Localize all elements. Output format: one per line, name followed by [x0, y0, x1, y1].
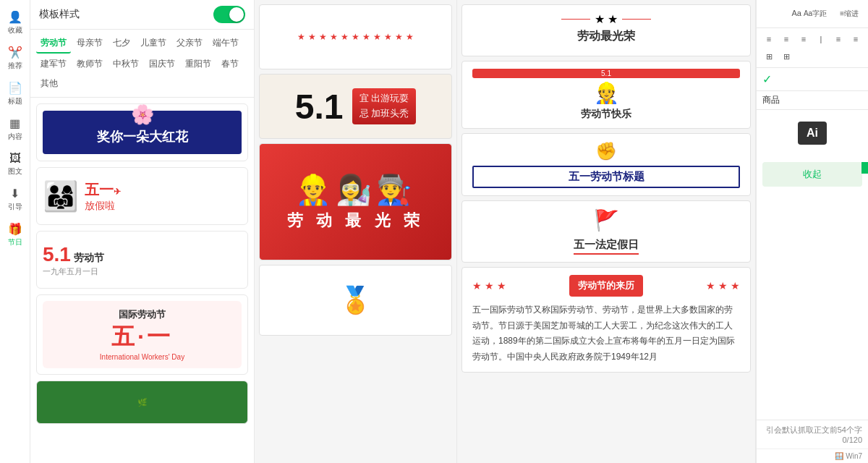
holiday-main: 五一✈: [85, 180, 121, 200]
fmt-align-center[interactable]: ≡: [778, 31, 794, 47]
goods-label: 商品: [757, 91, 868, 110]
rcard4-flag: 🚩: [594, 208, 619, 232]
rcard-labortitle[interactable]: ✊ 五一劳动节标题: [461, 133, 751, 196]
counter: 0/120: [762, 436, 862, 444]
rcard5-body: 五一国际劳动节又称国际劳动节、劳动节，是世界上大多数国家的劳动节。节日源于美国芝…: [472, 302, 740, 365]
redflower-card: 🌸 奖你一朵大红花: [43, 111, 242, 154]
rcard-history[interactable]: ★ ★ ★ 劳动节的来历 ★ ★ ★ 五一国际劳动节又称国际劳动节、劳动节，是世…: [461, 267, 751, 373]
template-51labor[interactable]: 5.1 劳动节 一九年五月一日: [36, 231, 248, 289]
collect-section: 收起 收起: [762, 162, 862, 187]
rcard5-stars-left: ★ ★ ★: [472, 280, 506, 292]
cat-tab-dragon[interactable]: 端午节: [208, 34, 243, 54]
stars-row: ★ ★ ★ ★ ★ ★ ★ ★ ★ ★ ★: [297, 32, 414, 42]
cat-tab-other[interactable]: 其他: [36, 75, 62, 93]
font-size-btn[interactable]: Aa Aa字距: [786, 6, 832, 22]
checkmark-icon: ✓: [762, 72, 772, 86]
checkmark-row: ✓: [757, 68, 868, 91]
indent-btn[interactable]: ≡缩进: [835, 6, 864, 22]
mid-template-panel: ★ ★ ★ ★ ★ ★ ★ ★ ★ ★ ★ 5.1 宜 出游玩耍 忌 加班头秃 …: [255, 0, 457, 463]
guide-icon: ⬇: [10, 187, 20, 200]
cat-tab-double9[interactable]: 重阳节: [181, 55, 216, 73]
image-icon: 🖼: [9, 152, 21, 165]
fmt-separator[interactable]: |: [813, 31, 829, 47]
heading-icon: 📄: [8, 81, 22, 95]
rcard4-text: 五一法定假日: [574, 238, 639, 255]
fmt-indent[interactable]: ≡: [848, 31, 864, 47]
cat-tab-labor[interactable]: 劳动节: [36, 34, 71, 54]
cat-tab-father[interactable]: 父亲节: [172, 34, 207, 54]
cat-tab-army[interactable]: 建军节: [36, 55, 71, 73]
intl-title: 国际劳动节: [50, 308, 234, 321]
collect-btn[interactable]: 收起: [762, 162, 862, 187]
sidebar-item-guide[interactable]: ⬇ 引导: [1, 182, 30, 216]
cat-tab-mother[interactable]: 母亲节: [72, 34, 107, 54]
rcard1-title: 劳动最光荣: [472, 29, 740, 44]
rcard-laborglory[interactable]: ★ ★ 劳动最光荣: [461, 4, 751, 56]
holiday-icon: 🎁: [8, 222, 22, 236]
mid-stars-card[interactable]: ★ ★ ★ ★ ★ ★ ★ ★ ★ ★ ★: [259, 4, 452, 69]
holiday-sub: 放假啦: [85, 200, 121, 213]
holiday-card: 👨‍👩‍👧 五一✈ 放假啦: [43, 179, 242, 213]
template-panel: 模板样式 劳动节 母亲节 七夕 儿童节 父亲节 端午节 建军节 教师节 中秋节 …: [30, 0, 255, 463]
bottom-tip: 引会默认抓取正文前54个字 0/120: [757, 420, 868, 449]
panel-title: 模板样式: [39, 8, 213, 21]
rcard2-img: 👷: [472, 81, 740, 105]
retract-sidebar[interactable]: 收起: [861, 162, 868, 174]
fmt-align-left[interactable]: ≡: [761, 31, 777, 47]
fmt-align-right[interactable]: ≡: [796, 31, 812, 47]
glory-figures: 👷‍♂️👩‍🔬👨‍🏭: [295, 173, 417, 207]
toggle-switch[interactable]: [213, 6, 245, 23]
left-template-grid: 🌸 奖你一朵大红花 👨‍👩‍👧 五一✈ 放假啦 5.1 劳动节 一九年五月一日: [30, 98, 254, 463]
rcard5-badge: 劳动节的来历: [569, 275, 643, 297]
ai-label: Ai: [798, 122, 827, 145]
mid-51tour-card[interactable]: 5.1 宜 出游玩耍 忌 加班头秃: [259, 74, 452, 139]
cat-tab-midautumn[interactable]: 中秋节: [109, 55, 143, 73]
rcard3-title-box: 五一劳动节标题: [472, 166, 740, 188]
medal-visual: 🏅: [265, 271, 446, 329]
cat-tab-children[interactable]: 儿童节: [136, 34, 171, 54]
rcard2-badge: 5.1: [472, 69, 740, 78]
win-logo: 🪟 Win7: [757, 449, 868, 463]
grid-icon: ▦: [9, 116, 20, 130]
fmt-grid2[interactable]: ⊞: [778, 48, 794, 64]
fmt-list[interactable]: ≡: [830, 31, 846, 47]
cat-tab-teacher[interactable]: 教师节: [72, 55, 107, 73]
far-right-panel: Aa Aa字距 ≡缩进 ≡ ≡ ≡ | ≡ ≡ ⊞ ⊞ ✓ 商品 Ai 收起 收…: [756, 0, 868, 463]
sidebar-item-imagetext[interactable]: 🖼 图文: [1, 148, 30, 181]
top-bar: 模板样式: [30, 0, 254, 30]
glory-text: 劳 动 最 光 荣: [287, 210, 423, 232]
51labor-card: 5.1 劳动节 一九年五月一日: [43, 243, 242, 277]
template-jungle[interactable]: 🌿: [36, 381, 248, 424]
tour-line2: 忌 加班头秃: [359, 106, 409, 122]
sidebar-item-collect[interactable]: 👤 收藏: [1, 6, 30, 40]
sidebar-item-heading[interactable]: 📄 标题: [1, 77, 30, 111]
tour-line1: 宜 出游玩耍: [359, 91, 409, 106]
template-redflower[interactable]: 🌸 奖你一朵大红花: [36, 103, 248, 161]
cat-tab-spring[interactable]: 春节: [217, 55, 243, 73]
rcard-legalholiday[interactable]: 🚩 五一法定假日: [461, 200, 751, 263]
mid-medal-card[interactable]: 🏅: [259, 265, 452, 336]
sidebar-item-holiday[interactable]: 🎁 节日: [1, 218, 30, 252]
51tour-num: 5.1: [295, 87, 344, 127]
sidebar-item-recommend[interactable]: ✂️ 推荐: [1, 41, 30, 75]
fontsize-icon: Aa: [791, 9, 801, 17]
right-template-panel: ★ ★ 劳动最光荣 5.1 👷 劳动节快乐 ✊ 五一劳动节标题 🚩 五一法定假日…: [457, 0, 756, 463]
sidebar: 👤 收藏 ✂️ 推荐 📄 标题 ▦ 内容 🖼 图文 ⬇ 引导 🎁 节日: [0, 0, 30, 463]
51tour-layout: 5.1 宜 出游玩耍 忌 加班头秃: [295, 87, 416, 127]
sidebar-item-content[interactable]: ▦ 内容: [1, 112, 30, 146]
intl-en: International Workers' Day: [50, 353, 234, 361]
cat-tab-qixi[interactable]: 七夕: [109, 34, 135, 54]
51labor-label: 劳动节: [74, 252, 104, 263]
rcard3-title-text: 五一劳动节标题: [569, 170, 644, 182]
rcard5-header: ★ ★ ★ 劳动节的来历 ★ ★ ★: [472, 275, 740, 297]
scissors-icon: ✂️: [8, 46, 22, 59]
template-holiday[interactable]: 👨‍👩‍👧 五一✈ 放假啦: [36, 167, 248, 225]
fmt-grid1[interactable]: ⊞: [761, 48, 777, 64]
jungle-card: 🌿: [137, 398, 148, 407]
far-right-toolbar: Aa Aa字距 ≡缩进: [757, 0, 868, 28]
template-intl[interactable]: 国际劳动节 五·一 International Workers' Day: [36, 294, 248, 375]
rcard-happylabor[interactable]: 5.1 👷 劳动节快乐: [461, 61, 751, 129]
mid-glory-card[interactable]: 👷‍♂️👩‍🔬👨‍🏭 劳 动 最 光 荣: [259, 143, 452, 260]
cat-tab-national[interactable]: 国庆节: [145, 55, 179, 73]
intl-card: 国际劳动节 五·一 International Workers' Day: [43, 301, 242, 368]
